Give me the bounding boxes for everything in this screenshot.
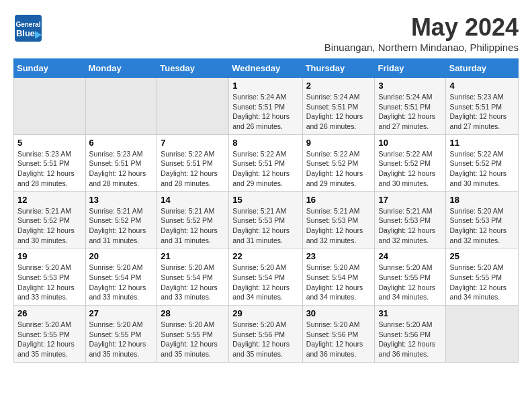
calendar-cell: 22Sunrise: 5:20 AM Sunset: 5:54 PM Dayli… [229, 248, 302, 306]
calendar-cell: 12Sunrise: 5:21 AM Sunset: 5:52 PM Dayli… [14, 191, 86, 248]
calendar-cell: 26Sunrise: 5:20 AM Sunset: 5:55 PM Dayli… [14, 306, 86, 363]
calendar-cell: 30Sunrise: 5:20 AM Sunset: 5:56 PM Dayli… [302, 306, 375, 363]
day-info: Sunrise: 5:20 AM Sunset: 5:55 PM Dayligh… [17, 320, 82, 359]
calendar-cell: 2Sunrise: 5:24 AM Sunset: 5:51 PM Daylig… [302, 78, 375, 135]
day-info: Sunrise: 5:24 AM Sunset: 5:51 PM Dayligh… [378, 92, 442, 132]
day-number: 31 [378, 308, 442, 318]
day-number: 11 [449, 138, 515, 148]
logo: General Blue [13, 13, 43, 43]
calendar-cell: 7Sunrise: 5:22 AM Sunset: 5:51 PM Daylig… [157, 134, 229, 191]
calendar-week-row: 12Sunrise: 5:21 AM Sunset: 5:52 PM Dayli… [14, 191, 519, 248]
day-info: Sunrise: 5:21 AM Sunset: 5:53 PM Dayligh… [232, 206, 298, 246]
day-number: 14 [161, 195, 225, 205]
calendar-cell: 18Sunrise: 5:20 AM Sunset: 5:53 PM Dayli… [446, 191, 519, 248]
day-number: 20 [89, 251, 154, 261]
day-info: Sunrise: 5:20 AM Sunset: 5:53 PM Dayligh… [17, 263, 82, 302]
calendar-cell: 5Sunrise: 5:23 AM Sunset: 5:51 PM Daylig… [14, 134, 86, 191]
day-number: 3 [378, 81, 442, 91]
day-number: 1 [232, 81, 298, 91]
day-info: Sunrise: 5:23 AM Sunset: 5:51 PM Dayligh… [449, 92, 515, 132]
calendar-table: SundayMondayTuesdayWednesdayThursdayFrid… [13, 58, 519, 363]
logo-icon: General Blue [13, 13, 43, 43]
day-info: Sunrise: 5:22 AM Sunset: 5:51 PM Dayligh… [232, 149, 298, 189]
day-number: 19 [17, 251, 82, 261]
calendar-cell [85, 78, 157, 135]
day-number: 4 [449, 81, 515, 91]
day-number: 17 [378, 195, 442, 205]
day-info: Sunrise: 5:21 AM Sunset: 5:52 PM Dayligh… [161, 206, 225, 246]
calendar-cell: 24Sunrise: 5:20 AM Sunset: 5:55 PM Dayli… [375, 248, 446, 306]
day-number: 25 [449, 251, 515, 261]
day-info: Sunrise: 5:21 AM Sunset: 5:52 PM Dayligh… [89, 206, 154, 246]
calendar-cell: 11Sunrise: 5:22 AM Sunset: 5:52 PM Dayli… [446, 134, 519, 191]
day-number: 29 [232, 308, 298, 318]
calendar-week-row: 19Sunrise: 5:20 AM Sunset: 5:53 PM Dayli… [14, 248, 519, 306]
day-info: Sunrise: 5:20 AM Sunset: 5:54 PM Dayligh… [306, 263, 371, 302]
calendar-week-row: 1Sunrise: 5:24 AM Sunset: 5:51 PM Daylig… [14, 78, 519, 135]
calendar-cell: 4Sunrise: 5:23 AM Sunset: 5:51 PM Daylig… [446, 78, 519, 135]
day-info: Sunrise: 5:23 AM Sunset: 5:51 PM Dayligh… [17, 149, 82, 189]
calendar-cell: 19Sunrise: 5:20 AM Sunset: 5:53 PM Dayli… [14, 248, 86, 306]
day-number: 30 [306, 308, 371, 318]
calendar-cell: 16Sunrise: 5:21 AM Sunset: 5:53 PM Dayli… [302, 191, 375, 248]
calendar-cell [446, 306, 519, 363]
col-header-tuesday: Tuesday [157, 59, 229, 78]
day-number: 21 [161, 251, 225, 261]
day-info: Sunrise: 5:24 AM Sunset: 5:51 PM Dayligh… [232, 92, 298, 132]
day-number: 23 [306, 251, 371, 261]
day-number: 7 [161, 138, 225, 148]
day-number: 9 [306, 138, 371, 148]
calendar-cell: 3Sunrise: 5:24 AM Sunset: 5:51 PM Daylig… [375, 78, 446, 135]
day-info: Sunrise: 5:24 AM Sunset: 5:51 PM Dayligh… [306, 92, 371, 132]
day-info: Sunrise: 5:20 AM Sunset: 5:55 PM Dayligh… [89, 320, 154, 359]
svg-text:General: General [15, 21, 40, 28]
calendar-cell: 27Sunrise: 5:20 AM Sunset: 5:55 PM Dayli… [85, 306, 157, 363]
calendar-cell [14, 78, 86, 135]
day-number: 6 [89, 138, 154, 148]
calendar-cell: 25Sunrise: 5:20 AM Sunset: 5:55 PM Dayli… [446, 248, 519, 306]
day-info: Sunrise: 5:23 AM Sunset: 5:51 PM Dayligh… [89, 149, 154, 189]
day-number: 18 [449, 195, 515, 205]
col-header-wednesday: Wednesday [229, 59, 302, 78]
day-info: Sunrise: 5:22 AM Sunset: 5:51 PM Dayligh… [161, 149, 225, 189]
calendar-cell: 15Sunrise: 5:21 AM Sunset: 5:53 PM Dayli… [229, 191, 302, 248]
day-number: 10 [378, 138, 442, 148]
day-info: Sunrise: 5:21 AM Sunset: 5:52 PM Dayligh… [17, 206, 82, 246]
calendar-cell [157, 78, 229, 135]
col-header-sunday: Sunday [14, 59, 86, 78]
day-info: Sunrise: 5:20 AM Sunset: 5:56 PM Dayligh… [232, 320, 298, 359]
day-info: Sunrise: 5:20 AM Sunset: 5:56 PM Dayligh… [378, 320, 442, 359]
day-info: Sunrise: 5:20 AM Sunset: 5:54 PM Dayligh… [161, 263, 225, 302]
day-info: Sunrise: 5:22 AM Sunset: 5:52 PM Dayligh… [378, 149, 442, 189]
svg-text:Blue: Blue [16, 28, 35, 38]
day-number: 16 [306, 195, 371, 205]
day-number: 22 [232, 251, 298, 261]
calendar-cell: 13Sunrise: 5:21 AM Sunset: 5:52 PM Dayli… [85, 191, 157, 248]
day-info: Sunrise: 5:21 AM Sunset: 5:53 PM Dayligh… [378, 206, 442, 246]
day-number: 26 [17, 308, 82, 318]
calendar-week-row: 5Sunrise: 5:23 AM Sunset: 5:51 PM Daylig… [14, 134, 519, 191]
calendar-cell: 8Sunrise: 5:22 AM Sunset: 5:51 PM Daylig… [229, 134, 302, 191]
title-section: May 2024 Binuangan, Northern Mindanao, P… [324, 13, 519, 53]
day-info: Sunrise: 5:22 AM Sunset: 5:52 PM Dayligh… [306, 149, 371, 189]
calendar-cell: 20Sunrise: 5:20 AM Sunset: 5:54 PM Dayli… [85, 248, 157, 306]
day-number: 13 [89, 195, 154, 205]
calendar-cell: 17Sunrise: 5:21 AM Sunset: 5:53 PM Dayli… [375, 191, 446, 248]
calendar-cell: 31Sunrise: 5:20 AM Sunset: 5:56 PM Dayli… [375, 306, 446, 363]
calendar-cell: 10Sunrise: 5:22 AM Sunset: 5:52 PM Dayli… [375, 134, 446, 191]
day-info: Sunrise: 5:21 AM Sunset: 5:53 PM Dayligh… [306, 206, 371, 246]
calendar-week-row: 26Sunrise: 5:20 AM Sunset: 5:55 PM Dayli… [14, 306, 519, 363]
location-subtitle: Binuangan, Northern Mindanao, Philippine… [324, 42, 519, 53]
col-header-thursday: Thursday [302, 59, 375, 78]
day-number: 2 [306, 81, 371, 91]
day-info: Sunrise: 5:20 AM Sunset: 5:55 PM Dayligh… [161, 320, 225, 359]
calendar-cell: 28Sunrise: 5:20 AM Sunset: 5:55 PM Dayli… [157, 306, 229, 363]
day-number: 8 [232, 138, 298, 148]
day-info: Sunrise: 5:20 AM Sunset: 5:53 PM Dayligh… [449, 206, 515, 246]
day-info: Sunrise: 5:20 AM Sunset: 5:54 PM Dayligh… [232, 263, 298, 302]
calendar-cell: 29Sunrise: 5:20 AM Sunset: 5:56 PM Dayli… [229, 306, 302, 363]
day-info: Sunrise: 5:22 AM Sunset: 5:52 PM Dayligh… [449, 149, 515, 189]
day-info: Sunrise: 5:20 AM Sunset: 5:55 PM Dayligh… [449, 263, 515, 302]
col-header-monday: Monday [85, 59, 157, 78]
calendar-cell: 14Sunrise: 5:21 AM Sunset: 5:52 PM Dayli… [157, 191, 229, 248]
